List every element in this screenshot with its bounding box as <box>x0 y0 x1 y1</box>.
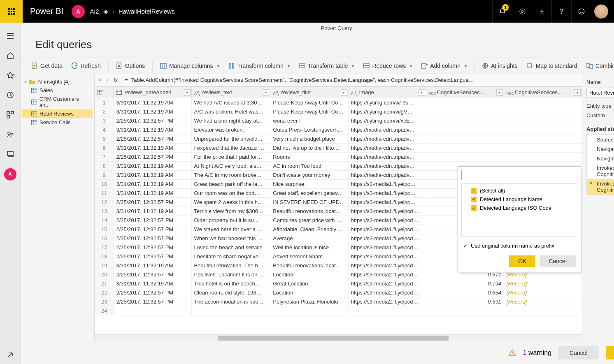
popup-option[interactable]: ✓Detected Language Name <box>469 195 570 204</box>
cell[interactable]: 3/31/2017, 11:32:19 AM <box>114 98 191 107</box>
cell[interactable] <box>114 306 191 315</box>
cell[interactable] <box>426 306 504 315</box>
applied-step[interactable]: Invoked CognitiveSer… <box>587 163 614 179</box>
cell[interactable]: Polynesian Plaza, Honolulu <box>270 297 348 306</box>
cell[interactable]: worst ever ! <box>270 116 348 125</box>
formula-text[interactable]: Table.AddColumn(#"Invoked CognitiveServi… <box>131 77 579 83</box>
popup-cancel-button[interactable]: Cancel <box>540 255 576 267</box>
cell[interactable]: https://s3-media2.fl.yelpcd… <box>348 297 426 306</box>
cell[interactable]: Rooms <box>270 153 348 162</box>
cell[interactable]: 3/31/2017, 11:32:19 AM <box>114 207 191 216</box>
popup-option[interactable]: ✓Detected Language ISO Code <box>469 204 570 212</box>
cell[interactable]: Elevator was broken. <box>191 125 270 134</box>
table-row[interactable]: 23/31/2017, 11:32:19 AMA/C was broken. H… <box>95 107 582 116</box>
applied-step[interactable]: Source <box>587 135 614 144</box>
done-button[interactable]: Done <box>606 346 614 359</box>
cell[interactable]: 2/25/2017, 12:32:57 PM <box>114 153 191 162</box>
cell[interactable]: https://s3-media2.fl.yelpcd… <box>348 261 426 270</box>
cell[interactable] <box>426 107 504 116</box>
record-link[interactable]: [Record] <box>504 288 581 297</box>
recent-button[interactable] <box>0 86 21 104</box>
table-row[interactable]: 32/25/2017, 12:32:57 PMWe had a one nigh… <box>95 116 582 125</box>
user-avatar[interactable] <box>594 5 608 19</box>
cell[interactable] <box>426 153 504 162</box>
cell[interactable]: 0.794 <box>426 279 504 288</box>
cell[interactable]: 3/31/2017, 11:32:19 AM <box>114 261 191 270</box>
filter-dropdown-icon[interactable]: ▾ <box>496 89 503 96</box>
cell[interactable]: For the price that I paid for… <box>191 153 270 162</box>
cell[interactable]: 3/31/2017, 11:32:19 AM <box>114 144 191 153</box>
column-header[interactable]: ABCreviews_title▾ <box>270 87 348 98</box>
cell[interactable]: Terrible view from my $300… <box>191 207 270 216</box>
cell[interactable]: AC in room Too loud! <box>270 162 348 171</box>
settings-button[interactable] <box>512 0 532 23</box>
reduce-rows-button[interactable]: Reduce rows▾ <box>360 61 415 71</box>
cell[interactable]: Our room was on the bott… <box>191 189 270 198</box>
popup-search-input[interactable] <box>461 170 577 180</box>
cell[interactable]: https://s3-media1.fl.yelpc… <box>348 189 426 198</box>
table-row[interactable]: 24 <box>95 306 582 315</box>
cell[interactable]: Great Location <box>270 279 348 288</box>
cell[interactable]: https://s3-media1.fl.yelpcd… <box>348 207 426 216</box>
cell[interactable]: 3/31/2017, 11:32:19 AM <box>114 125 191 134</box>
column-header[interactable]: ABCImage▾ <box>348 87 426 98</box>
cell[interactable]: Loved the beach and service <box>191 243 270 252</box>
cell[interactable]: Great staff, excellent getaw… <box>270 189 348 198</box>
cell[interactable]: Combines great price with … <box>270 216 348 225</box>
workspace-avatar[interactable]: A <box>72 5 85 18</box>
cell[interactable]: Great beach park off the la… <box>191 180 270 189</box>
cell[interactable]: https://s3-media1.fl.yelpcd… <box>348 252 426 261</box>
table-row[interactable]: 213/31/2017, 11:32:19 AMThis hotel is on… <box>95 279 582 288</box>
column-header[interactable]: ABC123CognitiveServices....▾ <box>504 87 581 98</box>
column-header[interactable]: reviews_dateAdded▾ <box>114 87 191 98</box>
cell[interactable]: Advertisement Sham <box>270 252 348 261</box>
cell[interactable]: https://i.ytimg.com/vi/-3s… <box>348 98 426 107</box>
cell[interactable]: We had A/C issues at 3:30 … <box>191 98 270 107</box>
feedback-button[interactable] <box>571 0 591 23</box>
cell[interactable]: At Night A/C very loud, als… <box>191 162 270 171</box>
cell[interactable]: 0.654 <box>426 288 504 297</box>
cell[interactable]: https://s3-media1.fl.yelpcd… <box>348 216 426 225</box>
cell[interactable]: https://i.ytimg.com/vi/gV… <box>348 107 426 116</box>
popup-option[interactable]: ✓(Select all) <box>469 186 570 195</box>
cell[interactable] <box>426 98 504 107</box>
cell[interactable] <box>348 306 426 315</box>
table-row[interactable]: 63/31/2017, 11:32:19 AMI expected that t… <box>95 144 582 153</box>
record-link[interactable] <box>504 125 581 134</box>
cell[interactable]: Nice surprise. <box>270 180 348 189</box>
record-link[interactable] <box>504 144 581 153</box>
cell[interactable]: Well the location is nice <box>270 243 348 252</box>
cell[interactable]: https://s3-media2.fl.yelpcd… <box>348 270 426 279</box>
shared-button[interactable] <box>0 125 21 144</box>
cell[interactable]: https://s3-media1.fl.yelpc… <box>348 180 426 189</box>
download-button[interactable] <box>532 0 551 23</box>
query-item-service-calls[interactable]: Service Calls <box>22 118 93 127</box>
record-link[interactable] <box>504 107 581 116</box>
workspaces-button[interactable] <box>0 145 21 163</box>
column-header[interactable]: ABC123CognitiveServices...▾ <box>426 87 504 98</box>
cell[interactable]: Clean room, old style, 196… <box>191 288 270 297</box>
record-link[interactable] <box>504 116 581 125</box>
cell[interactable]: https://media-cdn.tripadv… <box>348 171 426 180</box>
cell[interactable]: https://media-cdn.tripadv… <box>348 144 426 153</box>
table-row[interactable]: 43/31/2017, 11:32:19 AMElevator was brok… <box>95 125 582 134</box>
queries-folder[interactable]: ▸AI insights [4] <box>22 77 93 86</box>
cell[interactable]: Very much a budget place <box>270 134 348 144</box>
cell[interactable]: 2/25/2017, 12:32:57 PM <box>114 288 191 297</box>
favorites-button[interactable] <box>0 66 21 84</box>
filter-dropdown-icon[interactable]: ▾ <box>341 89 347 96</box>
cell[interactable]: https://s3-media2.fl.yelpcd… <box>348 279 426 288</box>
apps-button[interactable] <box>0 106 21 124</box>
cell[interactable]: 2/25/2017, 12:32:57 PM <box>114 225 191 234</box>
cell[interactable]: 2/25/2017, 12:32:57 PM <box>114 252 191 261</box>
cell[interactable]: 2/25/2017, 12:32:57 PM <box>114 198 191 207</box>
filter-dropdown-icon[interactable]: ▾ <box>184 89 191 96</box>
cancel-formula[interactable]: ✕ <box>98 77 102 83</box>
cell[interactable] <box>426 144 504 153</box>
cell[interactable]: https://s3-media1.fl.yelpcd… <box>348 225 426 234</box>
cell[interactable]: 2/25/2017, 12:32:57 PM <box>114 270 191 279</box>
cell[interactable] <box>426 116 504 125</box>
table-row[interactable]: 222/25/2017, 12:32:57 PMClean room, old … <box>95 288 582 297</box>
cell[interactable]: https://s3-media1.fl.yelpcd… <box>348 243 426 252</box>
cell[interactable]: Beautiful renovations locat… <box>270 207 348 216</box>
